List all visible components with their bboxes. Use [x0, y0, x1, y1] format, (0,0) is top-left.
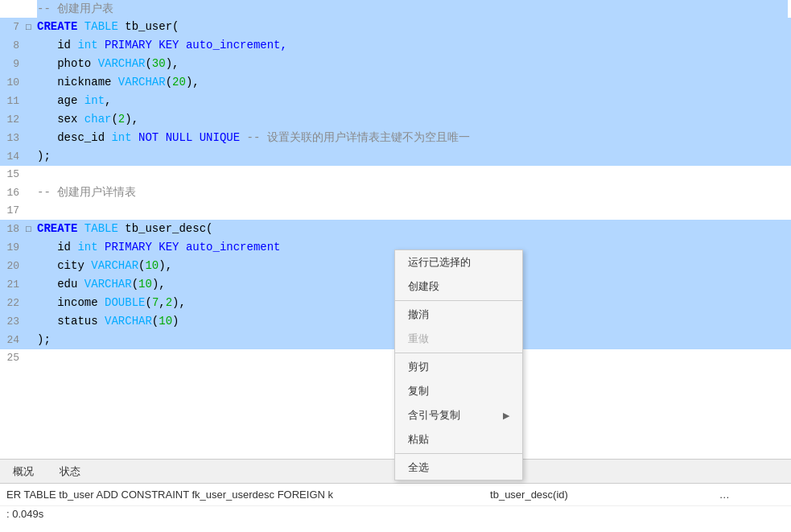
menu-item-copy[interactable]: 复制: [395, 379, 522, 403]
code-line-18: 18 □ CREATE TABLE tb_user_desc(: [0, 220, 791, 238]
code-line-16: 16 -- 创建用户详情表: [0, 184, 791, 202]
code-line-17: 17: [0, 202, 791, 220]
code-line-9: 9 photo VARCHAR(30),: [0, 55, 791, 73]
code-line-11: 11 age int,: [0, 92, 791, 110]
code-line-13: 13 desc_id int NOT NULL UNIQUE -- 设置关联的用…: [0, 129, 791, 147]
code-line-12: 12 sex char(2),: [0, 110, 791, 129]
code-line-14: 14 );: [0, 147, 791, 166]
code-line-15: 15: [0, 166, 791, 184]
menu-item-cut[interactable]: 剪切: [395, 355, 522, 379]
menu-item-run-selected[interactable]: 运行已选择的: [395, 250, 522, 274]
context-menu[interactable]: 运行已选择的 创建段 撤消 重做 剪切 复制 含引号复制 ▶ 粘贴 全选: [394, 250, 523, 480]
menu-item-undo[interactable]: 撤消: [395, 303, 522, 327]
code-line-10: 10 nickname VARCHAR(20),: [0, 73, 791, 92]
status-bar: ER TABLE tb_user ADD CONSTRAINT fk_user_…: [0, 483, 791, 505]
time-bar: : 0.049s: [0, 505, 791, 522]
menu-item-paste[interactable]: 粘贴: [395, 427, 522, 452]
code-line-comment: -- 创建用户表: [0, 0, 791, 18]
status-text: ER TABLE tb_user ADD CONSTRAINT fk_user_…: [6, 489, 731, 501]
code-line-8: 8 id int PRIMARY KEY auto_increment,: [0, 36, 791, 55]
tab-overview[interactable]: 概况: [6, 461, 40, 482]
menu-separator-3: [395, 453, 522, 454]
code-line-7: 7 □ CREATE TABLE tb_user(: [0, 18, 791, 36]
menu-item-redo[interactable]: 重做: [395, 327, 522, 351]
menu-separator-2: [395, 353, 522, 353]
time-text: : 0.049s: [6, 508, 43, 520]
menu-item-select-all[interactable]: 全选: [395, 456, 522, 480]
tab-status[interactable]: 状态: [53, 461, 87, 482]
menu-item-create-segment[interactable]: 创建段: [395, 274, 522, 299]
submenu-arrow: ▶: [503, 410, 509, 421]
menu-item-copy-with-quotes[interactable]: 含引号复制 ▶: [395, 403, 522, 427]
menu-separator-1: [395, 300, 522, 301]
